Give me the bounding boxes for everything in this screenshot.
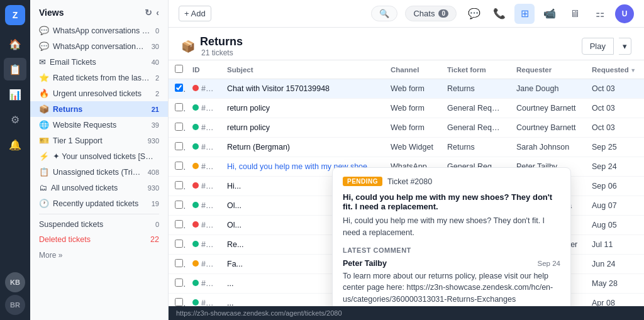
urgent-label: Urgent unresolved tickets: [53, 89, 152, 98]
ticket-subject: Return (Bergman): [221, 138, 384, 157]
row-checkbox[interactable]: [175, 123, 183, 131]
col-subject: Subject: [221, 60, 384, 79]
tickets-header-actions: Play ▾: [582, 38, 631, 55]
unassigned-triage-count: 408: [148, 168, 159, 176]
ticket-requested: Jul 11: [586, 235, 642, 255]
view-item-whatsapp-assigned[interactable]: 💬 WhatsApp conversations - Assig... 0: [30, 23, 168, 38]
row-checkbox[interactable]: [175, 298, 183, 306]
user-avatar[interactable]: U: [615, 4, 634, 23]
row-checkbox[interactable]: [175, 240, 183, 248]
nav-settings-icon[interactable]: ⚙: [4, 108, 26, 131]
br-button[interactable]: BR: [5, 295, 25, 315]
col-requested[interactable]: Requested: [586, 60, 642, 79]
ticket-id: #1532: [186, 235, 221, 255]
select-all-checkbox[interactable]: [175, 65, 183, 73]
table-row[interactable]: #2138 Chat with Visitor 1570139948 Web f…: [169, 79, 644, 99]
ticket-form: Returns: [441, 79, 510, 99]
triage-icon: 📋: [39, 167, 49, 177]
email-tickets-count: 40: [152, 58, 159, 66]
ticket-id: #2080: [186, 157, 221, 177]
returns-title-icon: 📦: [181, 40, 195, 53]
whatsapp-unassigned-count: 30: [152, 43, 159, 50]
urgent-count: 2: [155, 90, 159, 97]
apps-icon-btn[interactable]: ⚏: [590, 4, 610, 24]
search-icon: 🔍: [379, 9, 389, 18]
nav-notifications-icon[interactable]: 🔔: [4, 133, 26, 156]
play-button[interactable]: Play: [582, 38, 614, 55]
row-checkbox[interactable]: [175, 220, 183, 228]
ticket-form: General Request: [441, 118, 510, 138]
views-list: 💬 WhatsApp conversations - Assig... 0 💬 …: [30, 23, 168, 320]
view-item-website-requests[interactable]: 🌐 Website Requests 39: [30, 117, 168, 133]
whatsapp-unassigned-label: WhatsApp conversations - Unass...: [53, 42, 148, 51]
view-item-recently-updated[interactable]: 🕐 Recently updated tickets 19: [30, 196, 168, 211]
col-ticket-form: Ticket form: [441, 60, 510, 79]
refresh-icon[interactable]: ↻: [145, 8, 152, 18]
view-item-all-unsolved[interactable]: 🗂 All unsolved tickets 930: [30, 180, 168, 196]
view-item-urgent[interactable]: 🔥 Urgent unresolved tickets 2: [30, 86, 168, 101]
chats-count: 0: [438, 9, 448, 18]
view-item-suspended[interactable]: Suspended tickets 0: [30, 217, 168, 232]
view-item-unassigned-triage[interactable]: 📋 Unassigned tickets (Triage) 408: [30, 164, 168, 180]
view-item-returns[interactable]: 📦 Returns 21: [30, 101, 168, 117]
row-checkbox[interactable]: [175, 181, 183, 189]
kb-button[interactable]: KB: [5, 272, 25, 292]
rated-tickets-count: 2: [155, 74, 159, 82]
ticket-form: Returns: [441, 138, 510, 157]
returns-icon: 📦: [39, 104, 49, 114]
screen-icon-btn[interactable]: 🖥: [565, 4, 585, 24]
row-checkbox[interactable]: [175, 279, 183, 287]
view-item-your-unsolved[interactable]: ⚡ ✦ Your unsolved tickets [Skil...: [30, 148, 168, 164]
view-item-deleted[interactable]: Deleted tickets 22: [30, 232, 168, 247]
table-row[interactable]: #2132 return policy Web form General Req…: [169, 118, 644, 138]
tooltip-subject: Hi, could you help me with my new shoes?…: [343, 192, 560, 211]
view-item-email-tickets[interactable]: ✉ Email Tickets 40: [30, 54, 168, 70]
search-box[interactable]: 🔍: [371, 6, 397, 21]
col-requester: Requester: [510, 60, 586, 79]
tickets-title: 📦 Returns 21 tickets: [181, 35, 243, 57]
website-requests-label: Website Requests: [53, 121, 148, 130]
tooltip-header: PENDING Ticket #2080: [343, 177, 560, 186]
chats-button[interactable]: Chats 0: [405, 6, 457, 21]
ticket-requested: Jun 24: [586, 255, 642, 274]
row-checkbox[interactable]: [175, 103, 183, 111]
phone-icon-btn[interactable]: 📞: [489, 4, 509, 24]
more-link[interactable]: More »: [30, 247, 168, 263]
ticket-subject: return policy: [221, 118, 384, 138]
view-item-rated-tickets[interactable]: ⭐ Rated tickets from the last 7 d... 2: [30, 70, 168, 86]
ticket-requester: Courtney Barnett: [510, 99, 586, 118]
fire-icon: 🔥: [39, 89, 49, 98]
ticket-channel: Web form: [384, 99, 441, 118]
video-icon-btn[interactable]: 📹: [540, 4, 560, 24]
add-button[interactable]: + Add: [179, 6, 211, 21]
play-dropdown-button[interactable]: ▾: [619, 38, 631, 55]
views-header: Views ↻ ‹: [30, 0, 168, 23]
collapse-icon[interactable]: ‹: [156, 8, 159, 18]
unassigned-triage-label: Unassigned tickets (Triage): [53, 168, 144, 177]
view-item-whatsapp-unassigned[interactable]: 💬 WhatsApp conversations - Unass... 30: [30, 38, 168, 54]
table-row[interactable]: #2137 return policy Web form General Req…: [169, 99, 644, 118]
nav-home-icon[interactable]: 🏠: [4, 33, 26, 55]
tickets-subtitle: 21 tickets: [201, 48, 243, 57]
row-checkbox[interactable]: [175, 84, 183, 92]
chat-icon-btn[interactable]: 💬: [464, 4, 484, 24]
status-bar: https://z3n-showcase.zendesk.com/agent/t…: [169, 306, 644, 320]
table-row[interactable]: #2092 Return (Bergman) Web Widget Return…: [169, 138, 644, 157]
ticket-requester: Jane Dough: [510, 79, 586, 99]
star-icon: ⭐: [39, 73, 49, 82]
view-item-tier1[interactable]: 🎫 Tier 1 Support 930: [30, 133, 168, 148]
row-checkbox[interactable]: [175, 162, 183, 170]
row-checkbox[interactable]: [175, 259, 183, 267]
row-checkbox[interactable]: [175, 201, 183, 209]
all-unsolved-count: 930: [148, 184, 159, 192]
nav-tickets-icon[interactable]: 📋: [4, 58, 26, 80]
ticket-id: #2132: [186, 118, 221, 138]
grid-icon-btn[interactable]: ⊞: [514, 4, 535, 24]
nav-actions: 💬 📞 ⊞ 📹 🖥 ⚏ U: [464, 4, 634, 24]
returns-label: Returns: [53, 105, 148, 114]
row-checkbox[interactable]: [175, 142, 183, 150]
ticket-requested: May 28: [586, 274, 642, 294]
nav-reports-icon[interactable]: 📊: [4, 83, 26, 106]
ticket-form: General Request: [441, 99, 510, 118]
col-id: ID: [186, 60, 221, 79]
